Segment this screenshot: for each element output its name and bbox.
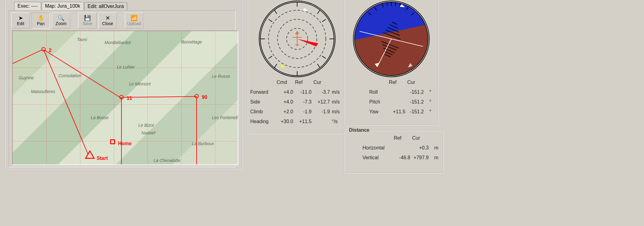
row-label: Pitch bbox=[369, 99, 380, 105]
map-place: Le Bizot bbox=[138, 123, 154, 128]
row-label: Horizontal bbox=[362, 145, 385, 151]
col-cmd: Cmd bbox=[277, 80, 287, 85]
col-cur: Cur bbox=[412, 135, 420, 141]
waypoint-marker[interactable] bbox=[41, 47, 46, 51]
tab-edit[interactable]: Edit: allOverJura bbox=[84, 2, 127, 10]
map-place: Le Luhier bbox=[117, 65, 135, 70]
map-place: Tavni bbox=[77, 37, 87, 42]
map-place: La Burboux bbox=[192, 141, 214, 146]
waypoint-marker[interactable] bbox=[119, 95, 124, 99]
col-cur: Cur bbox=[313, 80, 321, 85]
map-place: Le Mémont bbox=[129, 81, 151, 86]
val: +0.3 bbox=[412, 145, 429, 151]
route-segment bbox=[43, 50, 88, 154]
route-segment bbox=[121, 96, 197, 98]
svg-marker-0 bbox=[86, 151, 94, 158]
val: +4.0 bbox=[277, 89, 293, 95]
attitude-gauge bbox=[353, 1, 430, 77]
home-marker[interactable] bbox=[110, 139, 115, 144]
mission-panel: Mission Exec: ---- Map: Jura_100k Edit: … bbox=[5, 0, 243, 169]
start-label: Start bbox=[97, 156, 108, 161]
map-place: Bonnétage bbox=[181, 40, 202, 44]
distance-table: Ref Cur Horizontal +0.3 m Vertical -46.8… bbox=[362, 135, 440, 160]
row-label: Climb bbox=[250, 109, 263, 115]
map-place: La Chenalotte bbox=[154, 158, 180, 163]
map-place: Consolation bbox=[59, 73, 81, 78]
pan-label: Pan bbox=[37, 21, 45, 26]
unit: ° bbox=[429, 99, 431, 105]
waypoint-label: 11 bbox=[127, 96, 132, 101]
val: +11.5 bbox=[295, 119, 312, 124]
save-button[interactable]: 💾 Save bbox=[78, 13, 97, 28]
close-button[interactable]: ✕ Close bbox=[98, 13, 117, 28]
unit: m bbox=[434, 145, 438, 151]
val: -7.3 bbox=[295, 99, 312, 105]
col-ref: Ref bbox=[394, 135, 401, 141]
val: -1.9 bbox=[295, 109, 312, 115]
val: +11.5 bbox=[389, 109, 405, 115]
zoom-button[interactable]: 🔍 Zoom bbox=[52, 13, 70, 28]
col-ref: Ref bbox=[389, 80, 397, 85]
save-label: Save bbox=[82, 21, 92, 26]
upload-label: Upload bbox=[127, 21, 141, 26]
mission-tab-row: Exec: ---- Map: Jura_100k Edit: allOverJ… bbox=[14, 2, 240, 10]
route-segment bbox=[196, 96, 197, 165]
val: -151.2 bbox=[407, 109, 424, 115]
upload-button[interactable]: 📶 Upload bbox=[125, 13, 143, 28]
val bbox=[394, 145, 410, 151]
pointer-icon: ➤ bbox=[18, 15, 23, 21]
val: -46.8 bbox=[394, 155, 410, 160]
unit: ° bbox=[429, 109, 431, 115]
unit: m/s bbox=[332, 89, 340, 95]
val bbox=[389, 99, 405, 105]
unit: m bbox=[434, 155, 438, 160]
col-cur: Cur bbox=[407, 80, 415, 85]
mission-toolbar: ➤ Edit ✋ Pan 🔍 Zoom 💾 Save ✕ Close bbox=[11, 13, 233, 28]
distance-legend: Distance bbox=[348, 127, 371, 133]
val: +30.0 bbox=[277, 119, 293, 124]
val: -11.0 bbox=[295, 89, 312, 95]
speed-panel: Speed Cmd Ref bbox=[247, 0, 347, 134]
map-canvas[interactable]: Tavni Montbéliardot Bonnétage Le Luhier … bbox=[12, 30, 238, 165]
val: -1.9 bbox=[313, 109, 330, 115]
unit: m/s bbox=[332, 109, 340, 115]
tab-map[interactable]: Map: Jura_100k bbox=[42, 2, 84, 10]
floppy-icon: 💾 bbox=[84, 15, 91, 21]
val bbox=[313, 119, 330, 124]
val bbox=[389, 89, 405, 95]
unit: ° bbox=[429, 89, 431, 95]
pan-button[interactable]: ✋ Pan bbox=[32, 13, 50, 28]
map-place: La Bosse bbox=[91, 115, 109, 120]
waypoint-marker[interactable] bbox=[194, 94, 199, 98]
edit-button[interactable]: ➤ Edit bbox=[11, 13, 30, 28]
row-label: Vertical bbox=[362, 155, 378, 160]
waypoint-label: 2 bbox=[49, 48, 52, 53]
val: -151.2 bbox=[407, 89, 424, 95]
val: +2.0 bbox=[277, 109, 293, 115]
map-place: Le Russe bbox=[212, 74, 230, 79]
magnifier-icon: 🔍 bbox=[58, 15, 64, 21]
attitude-panel: Attitude bbox=[344, 0, 439, 126]
speed-table: Cmd Ref Cur Forward +4.0 -11.0 -3.7 m/s … bbox=[250, 80, 344, 124]
mission-toolbar-frame: ➤ Edit ✋ Pan 🔍 Zoom 💾 Save ✕ Close bbox=[9, 10, 236, 167]
map-place: Montbéliardot bbox=[105, 40, 131, 45]
map-place: Narbief bbox=[141, 130, 155, 135]
speed-gauge bbox=[259, 1, 335, 77]
unit: °/s bbox=[332, 119, 338, 124]
val: +12.7 bbox=[313, 99, 330, 105]
attitude-table: Ref Cur Roll -151.2 ° Pitch -151.2 ° Yaw… bbox=[369, 80, 435, 115]
distance-panel: Distance Ref Cur Horizontal +0.3 m Verti… bbox=[344, 130, 443, 173]
tab-exec[interactable]: Exec: ---- bbox=[14, 2, 41, 10]
val: -3.7 bbox=[313, 89, 330, 95]
val: -151.2 bbox=[407, 99, 424, 105]
hand-icon: ✋ bbox=[37, 15, 44, 21]
home-label: Home bbox=[118, 141, 132, 146]
row-label: Forward bbox=[250, 89, 268, 95]
start-marker[interactable] bbox=[86, 151, 94, 159]
unit: m/s bbox=[332, 99, 340, 105]
map-place: Guynne bbox=[19, 75, 34, 80]
map-place: Les Fontenelles bbox=[212, 115, 238, 120]
row-label: Heading bbox=[250, 119, 269, 124]
close-icon: ✕ bbox=[105, 15, 110, 21]
edit-label: Edit bbox=[17, 21, 24, 26]
